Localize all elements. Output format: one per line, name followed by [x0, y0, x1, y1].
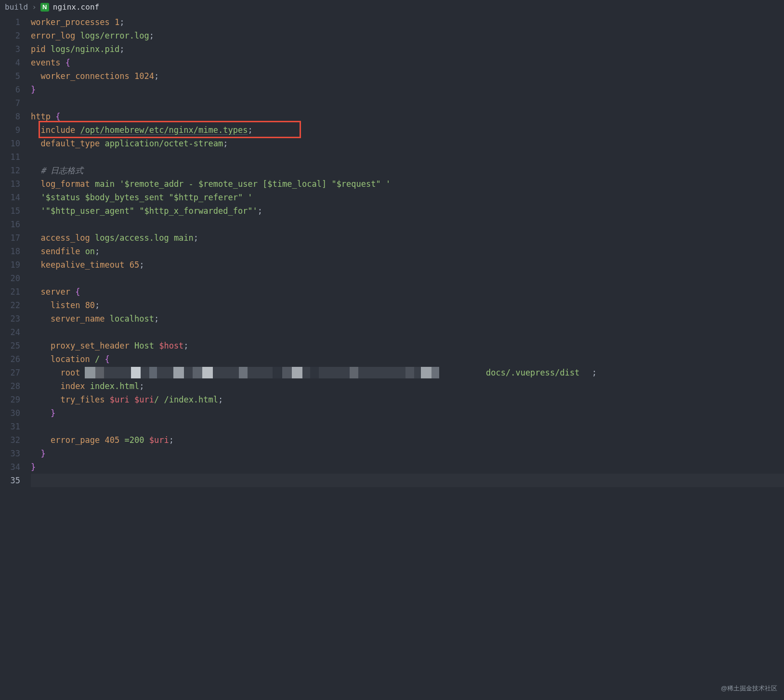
- code-line[interactable]: 33 }: [0, 447, 784, 460]
- code-content[interactable]: access_log logs/access.log main;: [31, 231, 784, 245]
- code-content[interactable]: [31, 420, 784, 433]
- code-content[interactable]: }: [31, 460, 784, 474]
- code-line[interactable]: 19 keepalive_timeout 65;: [0, 258, 784, 272]
- code-token: [100, 354, 105, 364]
- code-line[interactable]: 23 server_name localhost;: [0, 312, 784, 325]
- code-line[interactable]: 12 # 日志格式: [0, 164, 784, 177]
- code-token: /: [95, 354, 100, 364]
- code-line[interactable]: 2error_log logs/error.log;: [0, 29, 784, 42]
- code-content[interactable]: }: [31, 83, 784, 96]
- code-token: main: [95, 179, 115, 189]
- code-content[interactable]: }: [31, 447, 784, 460]
- code-line[interactable]: 14 '$status $body_bytes_sent "$http_refe…: [0, 191, 784, 204]
- code-content[interactable]: location / {: [31, 352, 784, 366]
- code-content[interactable]: rootdocs/.vuepress/dist;: [31, 366, 784, 379]
- code-content[interactable]: error_log logs/error.log;: [31, 29, 784, 42]
- code-line[interactable]: 30 }: [0, 406, 784, 420]
- code-line[interactable]: 24: [0, 325, 784, 339]
- code-line[interactable]: 9 include /opt/homebrew/etc/nginx/mime.t…: [0, 123, 784, 137]
- code-line[interactable]: 11: [0, 150, 784, 164]
- line-number: 30: [0, 406, 31, 420]
- code-line[interactable]: 5 worker_connections 1024;: [0, 69, 784, 83]
- code-content[interactable]: try_files $uri $uri/ /index.html;: [31, 393, 784, 406]
- code-content[interactable]: pid logs/nginx.pid;: [31, 42, 784, 56]
- line-number: 35: [0, 474, 31, 487]
- code-content[interactable]: [31, 272, 784, 285]
- code-token: [105, 314, 110, 324]
- breadcrumb-file[interactable]: nginx.conf: [53, 0, 99, 14]
- code-content[interactable]: '$status $body_bytes_sent "$http_referer…: [31, 191, 784, 204]
- code-token: '"$http_user_agent" "$http_x_forwarded_f…: [40, 206, 257, 216]
- code-token: http: [31, 112, 51, 121]
- code-line[interactable]: 10 default_type application/octet-stream…: [0, 137, 784, 150]
- code-line[interactable]: 34}: [0, 460, 784, 474]
- code-line[interactable]: 25 proxy_set_header Host $host;: [0, 339, 784, 352]
- code-line[interactable]: 32 error_page 405 =200 $uri;: [0, 433, 784, 447]
- code-line[interactable]: 4events {: [0, 56, 784, 69]
- code-token: [85, 381, 90, 391]
- code-content[interactable]: default_type application/octet-stream;: [31, 137, 784, 150]
- line-number: 7: [0, 96, 31, 110]
- code-token: [110, 17, 115, 27]
- code-line[interactable]: 18 sendfile on;: [0, 245, 784, 258]
- code-content[interactable]: include /opt/homebrew/etc/nginx/mime.typ…: [31, 123, 784, 137]
- code-line[interactable]: 21 server {: [0, 285, 784, 298]
- code-content[interactable]: worker_processes 1;: [31, 15, 784, 29]
- code-token: [90, 233, 95, 243]
- code-line[interactable]: 35: [0, 474, 784, 487]
- line-number: 2: [0, 29, 31, 42]
- code-line[interactable]: 15 '"$http_user_agent" "$http_x_forwarde…: [0, 204, 784, 218]
- code-content[interactable]: worker_connections 1024;: [31, 69, 784, 83]
- code-line[interactable]: 26 location / {: [0, 352, 784, 366]
- code-line[interactable]: 3pid logs/nginx.pid;: [0, 42, 784, 56]
- code-line[interactable]: 22 listen 80;: [0, 298, 784, 312]
- code-content[interactable]: index index.html;: [31, 379, 784, 393]
- code-content[interactable]: '"$http_user_agent" "$http_x_forwarded_f…: [31, 204, 784, 218]
- code-content[interactable]: [31, 96, 784, 110]
- code-line[interactable]: 17 access_log logs/access.log main;: [0, 231, 784, 245]
- code-token: ;: [139, 381, 144, 391]
- line-number: 8: [0, 110, 31, 123]
- code-content[interactable]: server {: [31, 285, 784, 298]
- code-content[interactable]: error_page 405 =200 $uri;: [31, 433, 784, 447]
- code-line[interactable]: 13 log_format main '$remote_addr - $remo…: [0, 177, 784, 191]
- code-content[interactable]: sendfile on;: [31, 245, 784, 258]
- code-content[interactable]: log_format main '$remote_addr - $remote_…: [31, 177, 784, 191]
- code-token: }: [31, 462, 36, 472]
- code-content[interactable]: [31, 150, 784, 164]
- breadcrumb-folder[interactable]: build: [5, 0, 28, 14]
- code-line[interactable]: 29 try_files $uri $uri/ /index.html;: [0, 393, 784, 406]
- code-line[interactable]: 28 index index.html;: [0, 379, 784, 393]
- code-content[interactable]: keepalive_timeout 65;: [31, 258, 784, 272]
- code-line[interactable]: 20: [0, 272, 784, 285]
- code-token: 1: [115, 17, 119, 27]
- code-token: [159, 395, 164, 404]
- code-token: listen: [51, 300, 80, 310]
- line-number: 29: [0, 393, 31, 406]
- code-content[interactable]: events {: [31, 56, 784, 69]
- code-content[interactable]: [31, 474, 784, 487]
- line-number: 28: [0, 379, 31, 393]
- code-token: [100, 139, 105, 148]
- code-line[interactable]: 7: [0, 96, 784, 110]
- code-line[interactable]: 6}: [0, 83, 784, 96]
- code-content[interactable]: [31, 218, 784, 231]
- code-line[interactable]: 27 rootdocs/.vuepress/dist;: [0, 366, 784, 379]
- code-content[interactable]: server_name localhost;: [31, 312, 784, 325]
- code-token: [169, 233, 174, 243]
- code-token: location: [51, 354, 90, 364]
- code-token: [154, 341, 159, 350]
- code-content[interactable]: }: [31, 406, 784, 420]
- code-token: worker_processes: [31, 17, 110, 27]
- line-number: 14: [0, 191, 31, 204]
- code-editor[interactable]: 1worker_processes 1;2error_log logs/erro…: [0, 14, 784, 487]
- code-token: logs/nginx.pid: [51, 44, 119, 54]
- code-line[interactable]: 16: [0, 218, 784, 231]
- code-content[interactable]: proxy_set_header Host $host;: [31, 339, 784, 352]
- code-content[interactable]: # 日志格式: [31, 164, 784, 177]
- code-content[interactable]: [31, 325, 784, 339]
- code-token: {: [105, 354, 110, 364]
- code-content[interactable]: listen 80;: [31, 298, 784, 312]
- code-line[interactable]: 1worker_processes 1;: [0, 15, 784, 29]
- code-line[interactable]: 31: [0, 420, 784, 433]
